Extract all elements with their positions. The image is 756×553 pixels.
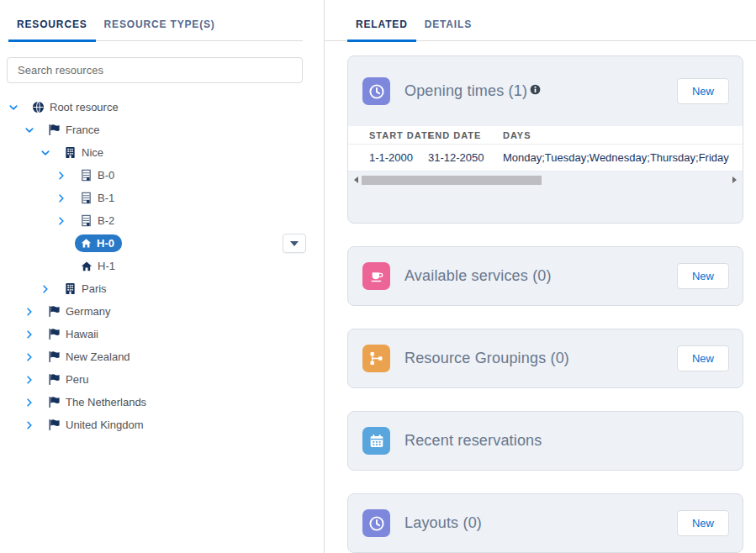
tab-resource-types[interactable]: RESOURCE TYPE(S) xyxy=(96,5,224,40)
globe-icon xyxy=(32,101,45,113)
flag-icon xyxy=(48,328,61,340)
house-icon xyxy=(80,237,93,250)
chevron-right-icon[interactable] xyxy=(24,420,34,430)
clock-icon xyxy=(362,77,390,105)
tab-resources[interactable]: RESOURCES xyxy=(8,5,96,40)
flag-icon xyxy=(48,396,61,408)
tree-item-h1[interactable]: H-1 xyxy=(0,255,324,277)
house-icon xyxy=(80,260,93,272)
card-title: Recent reservations xyxy=(404,432,542,450)
chevron-down-icon[interactable] xyxy=(8,103,19,113)
new-resource-grouping-button[interactable]: New xyxy=(677,345,729,371)
tab-details[interactable]: DETAILS xyxy=(416,5,480,40)
detail-panel: RELATED DETAILS Opening times (1) New ST… xyxy=(325,0,756,553)
selected-node-pill[interactable]: H-0 xyxy=(75,234,122,252)
tree-item-label: Paris xyxy=(82,282,107,295)
new-layout-button[interactable]: New xyxy=(677,510,729,536)
building-small-icon xyxy=(80,192,93,204)
building-icon xyxy=(64,146,77,159)
card-layouts: Layouts (0) New xyxy=(347,493,743,553)
tree-item-root-resource[interactable]: Root resource xyxy=(0,96,324,118)
hierarchy-icon xyxy=(362,345,390,372)
tree-item-germany[interactable]: Germany xyxy=(0,300,324,323)
chevron-right-icon[interactable] xyxy=(24,375,34,385)
flag-icon xyxy=(48,373,61,386)
calendar-icon xyxy=(362,427,390,455)
tree-item-label: Germany xyxy=(66,305,110,318)
scroll-right-arrow-icon[interactable] xyxy=(732,176,737,183)
building-small-icon xyxy=(80,169,93,182)
tree-item-paris[interactable]: Paris xyxy=(0,277,324,300)
building-icon xyxy=(64,282,77,295)
cell-start-date: 1-1-2000 xyxy=(348,151,428,164)
column-header-start-date: START DATE xyxy=(348,130,428,140)
resources-panel: RESOURCES RESOURCE TYPE(S) Root resource… xyxy=(0,0,324,553)
opening-times-table: START DATE END DATE DAYS 1-1-2000 31-12-… xyxy=(348,126,743,171)
tree-item-label: B-1 xyxy=(98,192,114,204)
tree-item-label: H-0 xyxy=(97,237,114,250)
chevron-right-icon[interactable] xyxy=(56,171,66,181)
tree-item-united-kingdom[interactable]: United Kingdom xyxy=(0,413,324,436)
chevron-right-icon[interactable] xyxy=(56,193,66,203)
tree-item-b0[interactable]: B-0 xyxy=(0,164,324,187)
card-title: Available services (0) xyxy=(404,267,552,285)
tree-item-netherlands[interactable]: The Netherlands xyxy=(0,391,324,413)
new-opening-time-button[interactable]: New xyxy=(677,78,729,104)
table-header-row: START DATE END DATE DAYS xyxy=(348,126,743,144)
chevron-right-icon[interactable] xyxy=(24,329,34,340)
tree-item-peru[interactable]: Peru xyxy=(0,368,324,391)
flag-icon xyxy=(48,419,61,431)
column-header-end-date: END DATE xyxy=(428,130,503,140)
tree-item-label: Nice xyxy=(82,146,103,159)
card-title: Resource Groupings (0) xyxy=(404,350,569,367)
app-window: RESOURCES RESOURCE TYPE(S) Root resource… xyxy=(0,0,756,553)
tree-item-hawaii[interactable]: Hawaii xyxy=(0,323,324,345)
chevron-down-icon[interactable] xyxy=(24,125,34,135)
chevron-right-icon[interactable] xyxy=(24,352,34,362)
search-input[interactable] xyxy=(7,57,303,83)
new-available-service-button[interactable]: New xyxy=(677,263,729,289)
clock-icon xyxy=(362,509,390,537)
tree-item-label: H-1 xyxy=(98,260,115,272)
tree-item-label: New Zealand xyxy=(66,350,130,363)
chevron-right-icon[interactable] xyxy=(40,284,50,294)
tree-item-label: France xyxy=(66,124,99,136)
chevron-right-icon[interactable] xyxy=(24,307,34,317)
chevron-spacer xyxy=(56,261,66,271)
tree-item-label: United Kingdom xyxy=(66,419,144,431)
tab-related[interactable]: RELATED xyxy=(347,5,416,40)
tree-item-label: B-2 xyxy=(98,214,114,227)
tree-item-label: Hawaii xyxy=(66,328,98,340)
column-header-days: DAYS xyxy=(503,130,743,140)
card-recent-reservations: Recent reservations xyxy=(347,411,743,471)
right-tab-bar: RELATED DETAILS xyxy=(325,0,756,41)
tree-item-nice[interactable]: Nice xyxy=(0,141,324,164)
service-cup-icon xyxy=(362,262,390,290)
card-title: Opening times (1) xyxy=(404,82,527,100)
card-resource-groupings: Resource Groupings (0) New xyxy=(347,329,743,388)
horizontal-scrollbar[interactable] xyxy=(348,173,743,187)
left-tab-bar: RESOURCES RESOURCE TYPE(S) xyxy=(8,0,303,41)
cell-end-date: 31-12-2050 xyxy=(428,151,503,164)
chevron-right-icon[interactable] xyxy=(56,216,66,226)
tree-item-france[interactable]: France xyxy=(0,118,324,141)
chevron-spacer xyxy=(56,239,66,249)
tree-item-label: B-0 xyxy=(98,169,114,182)
info-icon[interactable] xyxy=(530,83,541,94)
tree-item-b1[interactable]: B-1 xyxy=(0,187,324,209)
tree-item-new-zealand[interactable]: New Zealand xyxy=(0,345,324,368)
card-opening-times: Opening times (1) New START DATE END DAT… xyxy=(347,55,743,224)
building-small-icon xyxy=(80,214,93,227)
tree-item-b2[interactable]: B-2 xyxy=(0,209,324,232)
scrollbar-thumb[interactable] xyxy=(362,176,542,185)
chevron-down-icon[interactable] xyxy=(40,148,50,158)
scroll-left-arrow-icon[interactable] xyxy=(354,176,358,183)
tree-item-label: Peru xyxy=(66,373,88,386)
caret-down-icon xyxy=(290,241,299,246)
node-actions-dropdown-button[interactable] xyxy=(283,234,306,253)
tree-item-h0-selected[interactable]: H-0 xyxy=(0,232,324,255)
flag-icon xyxy=(48,350,61,363)
chevron-right-icon[interactable] xyxy=(24,398,34,408)
card-title: Layouts (0) xyxy=(404,514,482,532)
table-row[interactable]: 1-1-2000 31-12-2050 Monday;Tuesday;Wedne… xyxy=(348,144,743,171)
